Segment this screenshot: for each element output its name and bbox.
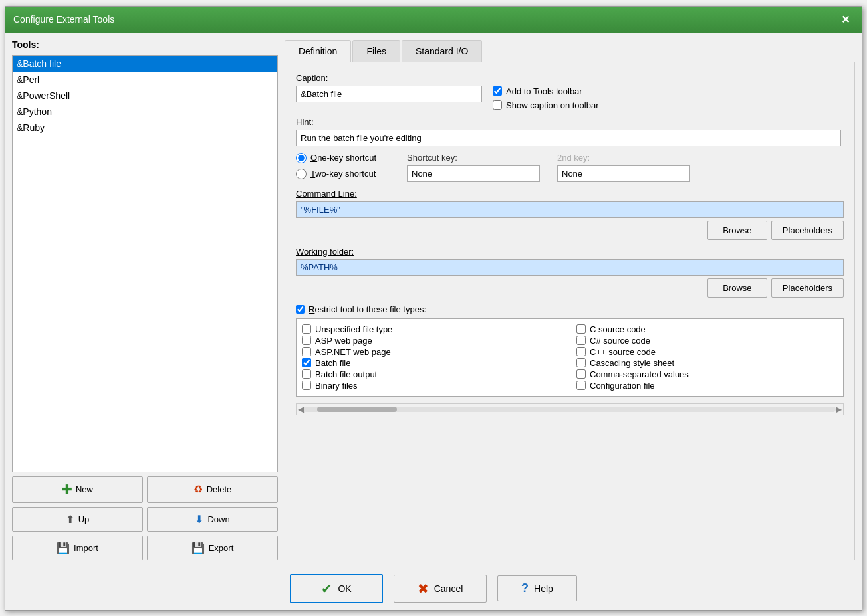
file-type-row-batch: Batch file [302,358,563,368]
command-browse-button[interactable]: Browse [707,221,767,240]
caption-row: Caption: Add to Tools toolbar Show capti… [296,73,844,110]
cancel-icon: ✖ [418,581,429,597]
tools-list: &Batch file&Perl&PowerShell&Python&Ruby [12,55,278,472]
file-type-checkbox-csv[interactable] [576,369,586,379]
tools-list-item-perl[interactable]: &Perl [13,72,277,88]
tools-list-item-batch[interactable]: &Batch file [13,56,277,72]
second-key-input[interactable] [557,165,690,182]
file-type-label-config: Configuration file [590,381,655,391]
two-key-row: Two-key shortcut [296,169,376,179]
horizontal-scrollbar[interactable]: ◀ ▶ [296,403,844,415]
file-type-checkbox-unspecified[interactable] [302,324,311,334]
dialog-body: Tools: &Batch file&Perl&PowerShell&Pytho… [5,33,862,567]
tools-list-item-ruby[interactable]: &Ruby [13,120,277,136]
file-type-row-unspecified: Unspecified file type [302,324,563,334]
delete-label: Delete [207,484,232,494]
file-type-checkbox-batch_out[interactable] [302,369,311,379]
tools-list-item-powershell[interactable]: &PowerShell [13,88,277,104]
recycle-icon: ♻ [193,483,203,496]
second-key-label: 2nd key: [557,153,690,163]
shortcut-key-input[interactable] [407,165,540,182]
up-arrow-icon: ⬆ [66,513,74,526]
tab-stdio[interactable]: Standard I/O [402,40,482,62]
ok-icon: ✔ [321,581,332,597]
scroll-left-arrow[interactable]: ◀ [298,405,304,414]
file-type-label-aspnet: ASP.NET web page [315,347,391,357]
show-caption-row: Show caption on toolbar [493,100,598,110]
file-type-checkbox-c_source[interactable] [576,324,586,334]
export-button[interactable]: 💾 Export [147,536,278,560]
file-type-row-batch_out: Batch file output [302,369,563,379]
delete-button[interactable]: ♻ Delete [147,476,278,503]
help-button[interactable]: ? Help [497,575,577,601]
down-button[interactable]: ⬇ Down [147,507,278,532]
file-type-checkbox-csharp[interactable] [576,336,586,345]
one-key-label: One-key shortcut [310,153,376,163]
caption-group: Caption: [296,73,482,102]
shortcut-row: One-key shortcut Two-key shortcut Shortc… [296,153,844,182]
new-label: New [76,484,93,494]
right-panel: Definition Files Standard I/O Caption: [285,39,855,560]
down-label: Down [207,514,229,524]
tools-list-item-python[interactable]: &Python [13,104,277,120]
hint-label: Hint: [296,117,844,127]
import-label: Import [74,543,98,553]
cancel-button[interactable]: ✖ Cancel [394,575,487,603]
working-folder-input[interactable] [296,259,844,276]
radio-group: One-key shortcut Two-key shortcut [296,153,376,179]
configure-external-tools-dialog: Configure External Tools ✕ Tools: &Batch… [5,6,862,611]
add-to-toolbar-checkbox[interactable] [493,86,502,96]
scrollbar-track [304,407,836,412]
help-icon: ? [521,581,529,595]
file-type-checkbox-batch[interactable] [302,358,311,367]
command-placeholders-button[interactable]: Placeholders [771,221,844,240]
caption-input[interactable] [296,86,482,102]
hint-group: Hint: [296,117,844,146]
file-type-row-c_source: C source code [576,324,838,334]
file-type-checkbox-css[interactable] [576,358,586,367]
file-type-label-batch_out: Batch file output [315,369,377,379]
caption-label: Caption: [296,73,482,83]
file-type-checkbox-aspnet[interactable] [302,347,311,356]
scrollbar-thumb [317,407,397,412]
file-type-checkbox-config[interactable] [576,381,586,390]
import-icon: 💾 [57,542,70,554]
show-caption-checkbox[interactable] [493,100,502,110]
dialog-title: Configure External Tools [13,14,114,25]
close-button[interactable]: ✕ [837,12,854,27]
file-type-label-binary: Binary files [315,381,358,391]
shortcut-key-group: Shortcut key: [407,153,540,182]
file-type-checkbox-asp[interactable] [302,336,311,345]
file-type-row-asp: ASP web page [302,336,563,346]
two-key-label: Two-key shortcut [310,169,376,179]
hint-input[interactable] [296,130,841,146]
command-browse-row: Browse Placeholders [296,221,844,240]
folder-placeholders-button[interactable]: Placeholders [771,278,844,298]
ok-button[interactable]: ✔ OK [290,574,383,603]
file-type-checkbox-cpp[interactable] [576,347,586,356]
tools-label: Tools: [12,39,278,50]
file-type-row-aspnet: ASP.NET web page [302,347,563,357]
scroll-right-arrow[interactable]: ▶ [836,405,842,414]
import-button[interactable]: 💾 Import [12,536,143,560]
command-line-input[interactable] [296,201,844,218]
ok-label: OK [338,583,351,594]
tab-files[interactable]: Files [352,40,400,62]
command-line-section: Command Line: Browse Placeholders [296,189,844,240]
tabs: Definition Files Standard I/O [285,39,855,62]
file-type-row-cpp: C++ source code [576,347,838,357]
new-button[interactable]: ✚ New [12,476,143,503]
up-label: Up [78,514,90,524]
up-button[interactable]: ⬆ Up [12,507,143,532]
one-key-radio[interactable] [296,153,307,163]
file-type-label-csharp: C# source code [590,336,650,346]
two-key-radio[interactable] [296,169,307,179]
file-type-checkbox-binary[interactable] [302,381,311,390]
restrict-label: Restrict tool to these file types: [309,304,426,314]
title-bar: Configure External Tools ✕ [5,7,862,33]
tab-definition[interactable]: Definition [285,40,351,62]
restrict-section: Restrict tool to these file types: Unspe… [296,304,844,415]
command-line-label: Command Line: [296,189,844,199]
folder-browse-button[interactable]: Browse [707,278,767,298]
restrict-checkbox[interactable] [296,305,305,314]
